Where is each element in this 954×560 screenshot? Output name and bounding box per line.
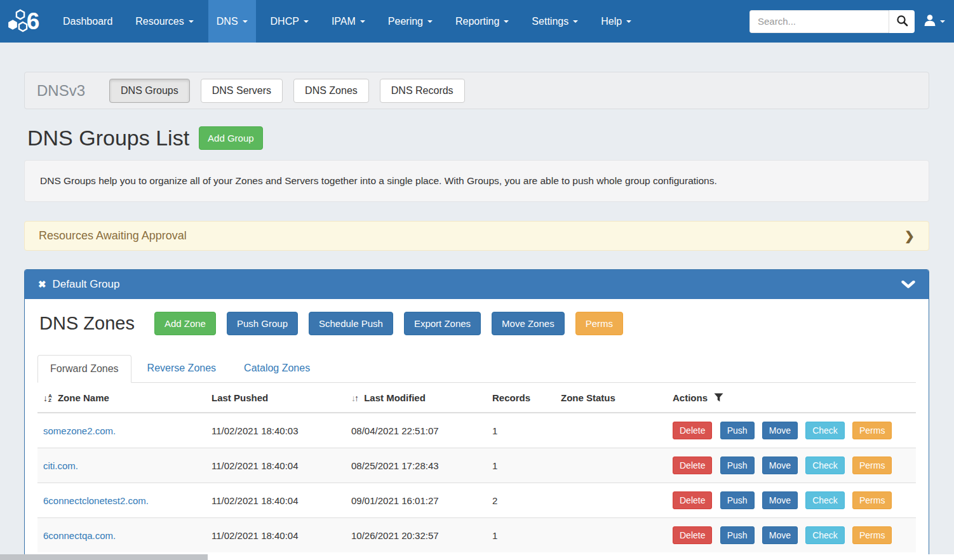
resources-awaiting-approval-bar[interactable]: Resources Awaiting Approval ❯ — [24, 221, 929, 251]
subnav-dns-records-button[interactable]: DNS Records — [380, 79, 465, 103]
nav-item-peering[interactable]: Peering — [380, 0, 441, 43]
last-pushed-cell: 11/02/2021 18:40:03 — [206, 413, 346, 448]
records-cell: 1 — [487, 448, 555, 483]
check-button[interactable]: Check — [805, 491, 845, 509]
nav-item-settings[interactable]: Settings — [523, 0, 586, 43]
move-zones-button[interactable]: Move Zones — [492, 312, 565, 335]
col-zone-name: ↓ A Z Zone Name — [37, 383, 206, 413]
delete-button[interactable]: Delete — [673, 422, 712, 439]
delete-button[interactable]: Delete — [673, 526, 712, 544]
user-menu[interactable] — [923, 13, 945, 30]
col-last-modified: ↓ ↑ Last Modified — [346, 383, 487, 413]
user-icon — [923, 13, 937, 30]
records-cell: 1 — [487, 518, 555, 553]
nav-item-dhcp[interactable]: DHCP — [262, 0, 317, 43]
tab-catalog-zones[interactable]: Catalog Zones — [232, 355, 322, 383]
default-group-panel: ✖ Default Group DNS Zones Add Zone Push … — [24, 269, 929, 560]
col-records: Records — [487, 383, 555, 413]
top-navbar: 6 Dashboard Resources DNS DHCP IPAM Peer… — [0, 0, 954, 43]
check-button[interactable]: Check — [805, 422, 845, 439]
zone-name-link[interactable]: 6connectqa.com. — [43, 530, 116, 541]
perms-button[interactable]: Perms — [852, 422, 892, 439]
last-modified-cell: 10/26/2021 20:32:57 — [346, 518, 487, 553]
search-input[interactable] — [749, 10, 889, 33]
row-actions: Delete Push Move Check Perms — [667, 518, 916, 553]
nav-item-dashboard[interactable]: Dashboard — [55, 0, 121, 43]
app-logo[interactable]: 6 — [0, 0, 47, 43]
search-icon — [896, 15, 908, 29]
push-button[interactable]: Push — [720, 526, 755, 544]
sort-icon[interactable]: ↓ ↑ — [351, 393, 359, 403]
add-group-button[interactable]: Add Group — [199, 126, 263, 150]
move-button[interactable]: Move — [762, 422, 798, 439]
perms-button[interactable]: Perms — [852, 526, 892, 544]
search-button[interactable] — [889, 10, 915, 33]
nav-item-help[interactable]: Help — [593, 0, 640, 43]
push-button[interactable]: Push — [720, 457, 755, 474]
move-button[interactable]: Move — [762, 457, 798, 474]
zones-table: ↓ A Z Zone Name Last Pushed — [37, 383, 916, 552]
subnav-dns-zones-button[interactable]: DNS Zones — [293, 79, 369, 103]
filter-funnel-icon[interactable] — [714, 393, 723, 402]
zone-name-link[interactable]: citi.com. — [43, 460, 78, 471]
records-cell: 1 — [487, 413, 555, 448]
perms-button[interactable]: Perms — [852, 491, 892, 509]
zone-name-link[interactable]: somezone2.com. — [43, 425, 116, 436]
group-title: Default Group — [53, 278, 120, 291]
check-button[interactable]: Check — [805, 457, 845, 474]
caret-down-icon — [243, 20, 248, 23]
sort-alpha-asc-icon[interactable]: ↓ A Z — [43, 393, 52, 403]
caret-down-icon — [940, 20, 945, 23]
group-panel-header[interactable]: ✖ Default Group — [25, 270, 929, 299]
push-button[interactable]: Push — [720, 491, 755, 509]
zone-status-cell — [555, 518, 667, 553]
navbar-right — [749, 0, 954, 43]
zone-name-link[interactable]: 6connectclonetest2.com. — [43, 495, 149, 506]
page-content: DNSv3 DNS Groups DNS Servers DNS Zones D… — [24, 72, 929, 560]
row-actions: Delete Push Move Check Perms — [667, 483, 916, 518]
tab-forward-zones[interactable]: Forward Zones — [37, 355, 131, 383]
tab-reverse-zones[interactable]: Reverse Zones — [135, 355, 229, 383]
zones-toolbar: DNS Zones Add Zone Push Group Schedule P… — [37, 312, 916, 335]
perms-button[interactable]: Perms — [575, 312, 623, 335]
caret-down-icon — [626, 20, 631, 23]
logo-six-text: 6 — [27, 8, 40, 35]
collapse-chevron-down-icon[interactable] — [901, 281, 915, 289]
add-zone-button[interactable]: Add Zone — [154, 312, 216, 335]
schedule-push-button[interactable]: Schedule Push — [309, 312, 393, 335]
nav-item-resources[interactable]: Resources — [127, 0, 201, 43]
nav-item-dns[interactable]: DNS — [208, 0, 256, 43]
perms-button[interactable]: Perms — [852, 457, 892, 474]
subnav-dns-servers-button[interactable]: DNS Servers — [201, 79, 283, 103]
push-button[interactable]: Push — [720, 422, 755, 439]
subnav-dns-groups-button[interactable]: DNS Groups — [109, 79, 190, 103]
delete-button[interactable]: Delete — [673, 457, 712, 474]
last-pushed-cell: 11/02/2021 18:40:04 — [206, 518, 346, 553]
nav-item-reporting[interactable]: Reporting — [447, 0, 517, 43]
caret-down-icon — [504, 20, 509, 23]
row-actions: Delete Push Move Check Perms — [667, 448, 916, 483]
records-cell: 2 — [487, 483, 555, 518]
zones-section-title: DNS Zones — [39, 313, 135, 334]
col-actions: Actions — [667, 383, 916, 413]
group-panel-body: DNS Zones Add Zone Push Group Schedule P… — [25, 299, 929, 560]
last-modified-cell: 09/01/2021 16:01:27 — [346, 483, 487, 518]
main-menu: Dashboard Resources DNS DHCP IPAM Peerin… — [55, 0, 646, 43]
move-button[interactable]: Move — [762, 526, 798, 544]
check-button[interactable]: Check — [805, 526, 845, 544]
horizontal-scrollbar[interactable] — [0, 554, 954, 560]
delete-button[interactable]: Delete — [673, 491, 712, 509]
push-group-button[interactable]: Push Group — [227, 312, 298, 335]
table-row: 6connectqa.com. 11/02/2021 18:40:04 10/2… — [37, 518, 916, 553]
caret-down-icon — [304, 20, 309, 23]
page-heading: DNS Groups List Add Group — [27, 126, 929, 150]
move-button[interactable]: Move — [762, 491, 798, 509]
scrollbar-thumb[interactable] — [0, 554, 208, 560]
caret-down-icon — [189, 20, 194, 23]
zone-status-cell — [555, 483, 667, 518]
export-zones-button[interactable]: Export Zones — [404, 312, 481, 335]
close-icon[interactable]: ✖ — [38, 279, 46, 290]
caret-down-icon — [573, 20, 578, 23]
nav-item-ipam[interactable]: IPAM — [323, 0, 373, 43]
table-row: somezone2.com. 11/02/2021 18:40:03 08/04… — [37, 413, 916, 448]
